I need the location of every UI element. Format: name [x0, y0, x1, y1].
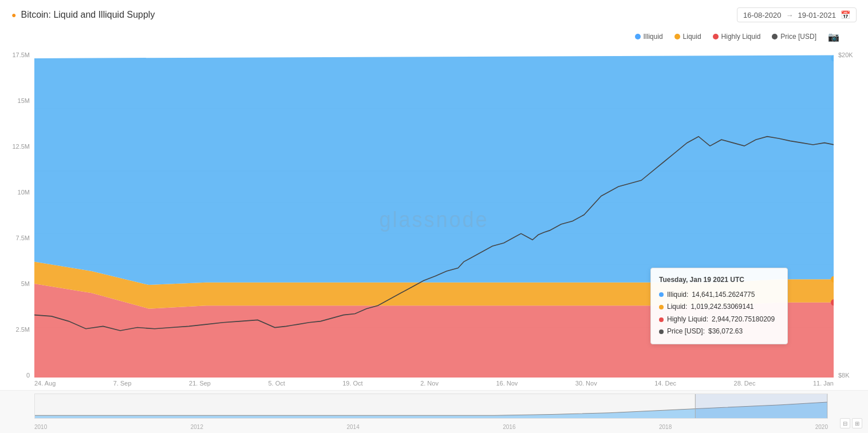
zoom-in-button[interactable]: ⊞: [852, 418, 862, 428]
mini-x-2014: 2014: [347, 424, 360, 430]
liquid-dot: [674, 34, 680, 39]
mini-chart: 2010 2012 2014 2016 2018 2020 ⊟ ⊞: [0, 390, 868, 433]
chart-tooltip: Tuesday, Jan 19 2021 UTC Illiquid: 14,64…: [650, 268, 788, 344]
bitcoin-icon: ●: [11, 10, 16, 19]
x-label-dec28: 28. Dec: [734, 380, 756, 387]
mini-chart-controls[interactable]: ⊟ ⊞: [840, 418, 862, 428]
mini-scroll-selection[interactable]: [695, 394, 827, 418]
calendar-icon[interactable]: 📅: [841, 10, 850, 19]
y-axis-left: 17.5M 15M 12.5M 10M 7.5M 5M 2.5M 0: [0, 46, 34, 390]
chart-title: ● Bitcoin: Liquid and Illiquid Supply: [11, 10, 155, 20]
tooltip-price-dot: [659, 329, 664, 334]
mini-x-2020: 2020: [815, 424, 828, 430]
tooltip-liquid-value: 1,019,242.53069141: [691, 301, 753, 313]
x-label-aug24: 24. Aug: [34, 380, 56, 387]
mini-chart-inner[interactable]: [34, 394, 828, 419]
tooltip-price-label: Price [USD]:: [667, 325, 705, 338]
y-label-10m: 10M: [18, 189, 30, 196]
mini-x-2012: 2012: [191, 424, 203, 430]
y-right-8k: $8K: [838, 372, 850, 379]
legend-highly-liquid: Highly Liquid: [713, 33, 761, 41]
highly-liquid-label: Highly Liquid: [721, 33, 761, 41]
x-label-nov16: 16. Nov: [496, 380, 518, 387]
chart-header: ● Bitcoin: Liquid and Illiquid Supply 16…: [0, 0, 868, 27]
tooltip-illiquid-dot: [659, 292, 664, 297]
highly-liquid-dot: [713, 34, 719, 39]
x-label-nov2: 2. Nov: [420, 380, 439, 387]
tooltip-row-price: Price [USD]: $36,072.63: [659, 325, 779, 338]
tooltip-illiquid-value: 14,641,145.2624775: [692, 289, 755, 301]
tooltip-row-highly-liquid: Highly Liquid: 2,944,720.75180209: [659, 313, 779, 326]
liquid-label: Liquid: [683, 33, 701, 41]
y-label-25m: 2.5M: [16, 326, 30, 333]
chart-svg-wrapper: glassnode Tuesday, Jan 19 2021 UTC Illiq…: [34, 46, 834, 390]
mini-x-axis: 2010 2012 2014 2016 2018 2020: [34, 424, 828, 430]
tooltip-highly-liquid-label: Highly Liquid:: [667, 313, 708, 326]
x-label-sep7: 7. Sep: [113, 380, 132, 387]
legend-price: Price [USD]: [772, 33, 816, 41]
chart-legend: Illiquid Liquid Highly Liquid Price [USD…: [0, 27, 868, 46]
illiquid-area: [34, 55, 834, 285]
x-label-oct19: 19. Oct: [342, 380, 362, 387]
y-axis-right: $20K $8K: [834, 46, 868, 390]
tooltip-row-illiquid: Illiquid: 14,641,145.2624775: [659, 289, 779, 301]
date-range[interactable]: 16-08-2020 → 19-01-2021 📅: [737, 7, 857, 22]
tooltip-illiquid-label: Illiquid:: [667, 289, 688, 301]
tooltip-liquid-dot: [659, 305, 664, 309]
date-arrow: →: [786, 11, 794, 19]
mini-x-2016: 2016: [503, 424, 515, 430]
x-label-dec14: 14. Dec: [654, 380, 676, 387]
price-dot-legend: [772, 34, 778, 39]
tooltip-highly-liquid-dot: [659, 317, 664, 322]
legend-illiquid: Illiquid: [635, 33, 663, 41]
chart-container: ● Bitcoin: Liquid and Illiquid Supply 16…: [0, 0, 868, 433]
y-label-75m: 7.5M: [16, 235, 30, 241]
x-axis: 24. Aug 7. Sep 21. Sep 5. Oct 19. Oct 2.…: [34, 376, 834, 390]
x-label-nov30: 30. Nov: [575, 380, 597, 387]
tooltip-title: Tuesday, Jan 19 2021 UTC: [659, 274, 779, 287]
legend-liquid: Liquid: [674, 33, 701, 41]
tooltip-price-value: $36,072.63: [708, 325, 743, 338]
mini-x-2018: 2018: [659, 424, 672, 430]
date-start: 16-08-2020: [743, 11, 782, 19]
mini-chart-svg: [35, 394, 827, 418]
y-right-20k: $20K: [838, 51, 853, 58]
x-label-oct5: 5. Oct: [268, 380, 285, 387]
main-chart-area: 17.5M 15M 12.5M 10M 7.5M 5M 2.5M 0 $20K …: [0, 46, 868, 390]
y-label-15m: 15M: [18, 97, 30, 104]
y-label-125m: 12.5M: [12, 143, 30, 150]
camera-icon[interactable]: 📷: [828, 31, 839, 42]
y-label-0: 0: [26, 372, 30, 379]
date-end: 19-01-2021: [798, 11, 837, 19]
watermark: glassnode: [379, 207, 488, 232]
tooltip-highly-liquid-value: 2,944,720.75180209: [712, 313, 775, 326]
tooltip-liquid-label: Liquid:: [667, 301, 687, 313]
mini-x-2010: 2010: [34, 424, 47, 430]
tooltip-row-liquid: Liquid: 1,019,242.53069141: [659, 301, 779, 313]
zoom-out-button[interactable]: ⊟: [840, 418, 850, 428]
x-label-jan11: 11. Jan: [813, 380, 834, 387]
x-label-sep21: 21. Sep: [189, 380, 211, 387]
y-label-175m: 17.5M: [12, 51, 30, 58]
price-label: Price [USD]: [780, 33, 816, 41]
illiquid-label: Illiquid: [644, 33, 663, 41]
y-label-5m: 5M: [21, 280, 30, 287]
title-text: Bitcoin: Liquid and Illiquid Supply: [21, 10, 155, 20]
illiquid-dot: [635, 34, 641, 39]
